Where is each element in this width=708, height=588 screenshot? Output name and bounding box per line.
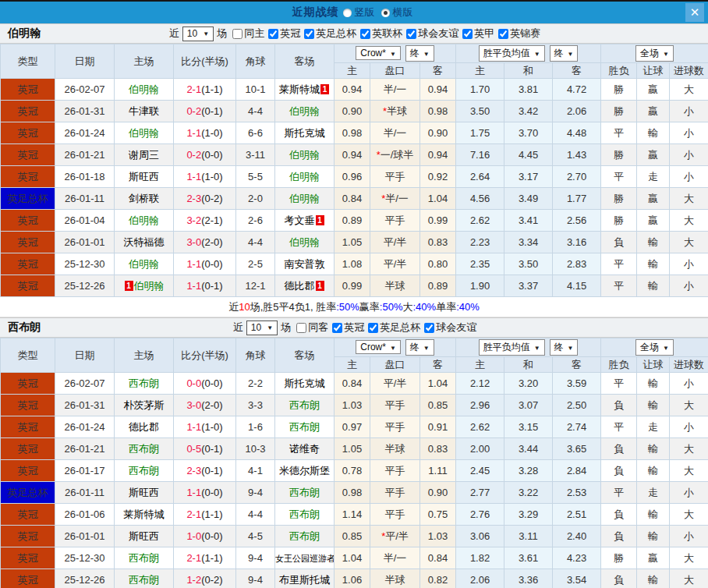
summary-part: 场,胜5平4负1, 胜率 [250,300,337,314]
red-card-badge: 1 [316,281,324,291]
page-title: 近期战绩 [292,5,339,19]
checkbox-label: 英甲 [474,27,494,41]
mean-draw: 4.45 [504,144,553,166]
bookmaker-select[interactable]: Crow*▼ [356,340,401,354]
league-checkbox[interactable]: 英甲 [462,27,494,41]
final-odds-select[interactable]: 终▼ [405,339,434,356]
column-header: 类型 [1,338,55,373]
checkbox-input[interactable] [368,323,378,333]
result-wdl: 平 [601,122,637,144]
result-handicap: 輸 [637,232,670,253]
checkbox-input[interactable] [232,29,242,39]
team-section-bar: 伯明翰近10▼场同主英冠英足总杯英联杯球会友谊英甲英锦赛 [0,23,708,44]
league-checkbox[interactable]: 球会友谊 [424,321,476,335]
mean-away: 3.54 [553,569,601,588]
caret-down-icon: ▼ [568,345,574,352]
layout-radio-selected[interactable] [381,9,390,17]
match-date: 25-12-26 [55,569,115,588]
checkbox-input[interactable] [268,29,278,39]
match-count-select[interactable]: 10▼ [246,321,278,335]
match-row: 英冠26-01-18斯旺西1-1(1-0)5-5伯明翰0.96平手0.922.6… [1,166,708,188]
handicap-label: 半/一 [385,193,409,204]
fulltime-select[interactable]: 全场▼ [635,45,674,62]
score-cell: 0-5(0-1) [174,438,236,460]
titlebar: 近期战绩 竖版横版 ✕ [0,2,708,23]
match-date: 26-01-11 [55,482,115,504]
team-label: 牛津联 [129,105,159,117]
mean-home: 2.00 [456,438,504,460]
close-button[interactable]: ✕ [685,3,704,22]
match-date: 25-12-26 [55,275,115,297]
checkbox-input[interactable] [406,29,416,39]
team-label: 伯明翰 [129,83,159,95]
final-odds-select[interactable]: 终▼ [550,339,579,356]
league-checkbox[interactable]: 英足总杯 [368,321,420,335]
layout-radio-unselected[interactable] [343,9,352,17]
odds-home: 1.05 [335,438,370,460]
checkbox-input[interactable] [360,29,370,39]
mean-home: 2.23 [456,232,504,253]
checkbox-label: 球会友谊 [418,27,458,41]
handicap-cell: 半球 [370,275,420,297]
league-checkbox[interactable]: 英锦赛 [498,27,540,41]
final-odds-select[interactable]: 终▼ [405,45,434,62]
same-venue-checkbox[interactable]: 同主 [232,27,264,41]
checkbox-input[interactable] [304,29,314,39]
checkbox-input[interactable] [424,323,434,333]
mean-away: 1.43 [553,144,601,166]
checkbox-input[interactable] [498,29,508,39]
match-count-select[interactable]: 10▼ [182,27,214,41]
halftime-score: (0-1) [201,443,222,455]
handicap-label: 半/一 [384,127,407,139]
mean-odds-select[interactable]: 胜平负均值▼ [479,45,545,62]
halftime-score: (1-1) [201,552,222,564]
same-venue-checkbox[interactable]: 同客 [296,321,328,335]
league-checkbox[interactable]: 英冠 [268,27,300,41]
team-label: 伯明翰 [134,280,165,292]
league-checkbox[interactable]: 英足总杯 [304,27,356,41]
checkbox-input[interactable] [332,323,342,333]
mean-away: 4.15 [553,275,601,297]
result-handicap: 輸 [637,373,670,395]
mean-header-group: 胜平负均值▼终▼ [456,44,601,63]
odds-away: 0.92 [420,166,456,188]
team-label: 斯旺西 [129,487,159,498]
mean-draw: 3.34 [504,232,553,253]
result-goals: 大 [670,460,708,482]
away-team-cell: 西布朗 [275,526,335,547]
mean-home: 1.90 [456,275,504,297]
result-goals: 大 [670,79,708,101]
away-team-cell: 西布朗 [275,482,335,504]
league-checkbox[interactable]: 英冠 [332,321,364,335]
fulltime-score: 3-2 [186,214,201,226]
result-handicap: 輸 [637,395,670,416]
final-odds-select[interactable]: 终▼ [550,45,579,62]
away-team-cell: 西布朗 [275,416,335,438]
mean-away: 3.59 [553,373,601,395]
team-label: 西布朗 [129,465,159,476]
handicap-label: 平手 [385,508,405,520]
team-label: 米德尔斯堡 [279,465,330,476]
halftime-score: (1-1) [201,508,222,520]
league-checkbox[interactable]: 球会友谊 [406,27,458,41]
mean-away: 2.50 [553,395,601,416]
mean-odds-select[interactable]: 胜平负均值▼ [479,339,545,356]
mean-home: 2.45 [456,460,504,482]
team-label: 伯明翰 [289,193,320,204]
checkbox-input[interactable] [296,323,306,333]
away-team-cell: 斯托克城 [275,122,335,144]
score-cell: 0-2(0-1) [174,101,236,122]
near-label: 近 [233,321,243,335]
result-wdl: 負 [601,526,637,547]
corners-cell: 4-4 [236,101,275,122]
fulltime-score: 1-1 [186,258,201,270]
odds-away: 0.75 [420,504,456,526]
checkbox-input[interactable] [462,29,473,39]
fulltime-select[interactable]: 全场▼ [635,339,674,356]
result-goals: 小 [670,122,708,144]
league-checkbox[interactable]: 英联杯 [360,27,402,41]
mean-draw: 3.07 [504,395,553,416]
team-label: 剑桥联 [129,193,159,204]
bookmaker-select[interactable]: Crow*▼ [356,46,401,60]
odds-away: 0.91 [420,416,456,438]
